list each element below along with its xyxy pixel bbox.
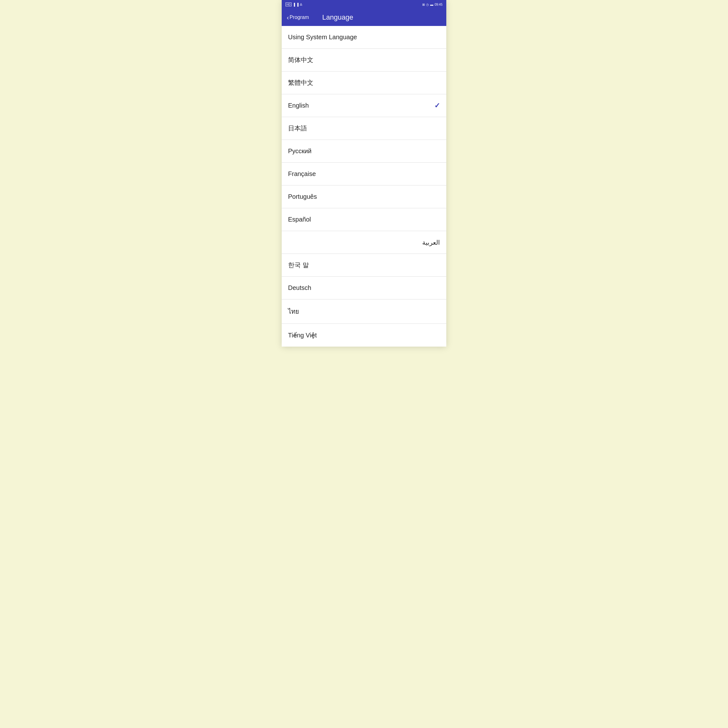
hd-icon: HD xyxy=(286,3,292,6)
selected-check-icon: ✓ xyxy=(434,102,440,110)
language-name-ru: Русский xyxy=(288,147,312,155)
language-name-de: Deutsch xyxy=(288,284,311,292)
status-bar: HD ▐ ▐ ⁂ ⊠ ◷ ▬ 09:45 xyxy=(282,0,446,9)
battery-icon: ▬ xyxy=(430,3,433,6)
wifi-icon: ⊠ xyxy=(422,3,425,6)
back-chevron-icon: ‹ xyxy=(287,14,289,21)
language-item-th[interactable]: ไทย xyxy=(282,300,446,324)
signal3-icon: ⁂ xyxy=(300,3,302,6)
status-bar-right: ⊠ ◷ ▬ 09:45 xyxy=(422,3,442,6)
language-name-th: ไทย xyxy=(288,306,299,317)
language-name-zh-hant: 繁體中文 xyxy=(288,78,314,87)
language-name-ja: 日本語 xyxy=(288,124,307,133)
language-item-zh-hans[interactable]: 简体中文 xyxy=(282,49,446,72)
language-name-system: Using System Language xyxy=(288,34,357,41)
page-title: Language xyxy=(322,13,353,21)
language-item-ar[interactable]: العربية xyxy=(282,231,446,254)
alarm-icon: ◷ xyxy=(426,3,429,6)
language-name-pt: Português xyxy=(288,193,317,200)
language-item-pt[interactable]: Português xyxy=(282,185,446,208)
language-item-ko[interactable]: 한국 말 xyxy=(282,254,446,277)
back-button[interactable]: ‹ Program xyxy=(287,14,309,21)
language-name-fr: Française xyxy=(288,170,316,177)
time-display: 09:45 xyxy=(434,3,442,6)
language-name-ko: 한국 말 xyxy=(288,261,309,269)
language-name-zh-hans: 简体中文 xyxy=(288,56,314,64)
language-item-ru[interactable]: Русский xyxy=(282,140,446,163)
language-item-ja[interactable]: 日本語 xyxy=(282,117,446,140)
language-item-en[interactable]: English✓ xyxy=(282,94,446,117)
language-name-en: English xyxy=(288,102,309,109)
language-item-fr[interactable]: Française xyxy=(282,163,446,185)
language-name-ar: العربية xyxy=(422,239,440,246)
language-item-de[interactable]: Deutsch xyxy=(282,277,446,300)
language-item-es[interactable]: Español xyxy=(282,208,446,231)
language-item-zh-hant[interactable]: 繁體中文 xyxy=(282,72,446,94)
back-label: Program xyxy=(290,15,309,20)
app-header: ‹ Program Language xyxy=(282,9,446,26)
signal1-icon: ▐ xyxy=(293,3,295,6)
phone-container: HD ▐ ▐ ⁂ ⊠ ◷ ▬ 09:45 ‹ Program Language … xyxy=(282,0,446,347)
language-name-es: Español xyxy=(288,216,311,223)
language-item-system[interactable]: Using System Language xyxy=(282,26,446,49)
language-item-vi[interactable]: Tiếng Việt xyxy=(282,324,446,347)
language-list: Using System Language简体中文繁體中文English✓日本語… xyxy=(282,26,446,347)
language-name-vi: Tiếng Việt xyxy=(288,331,317,339)
status-bar-left: HD ▐ ▐ ⁂ xyxy=(286,3,302,6)
signal2-icon: ▐ xyxy=(296,3,298,6)
